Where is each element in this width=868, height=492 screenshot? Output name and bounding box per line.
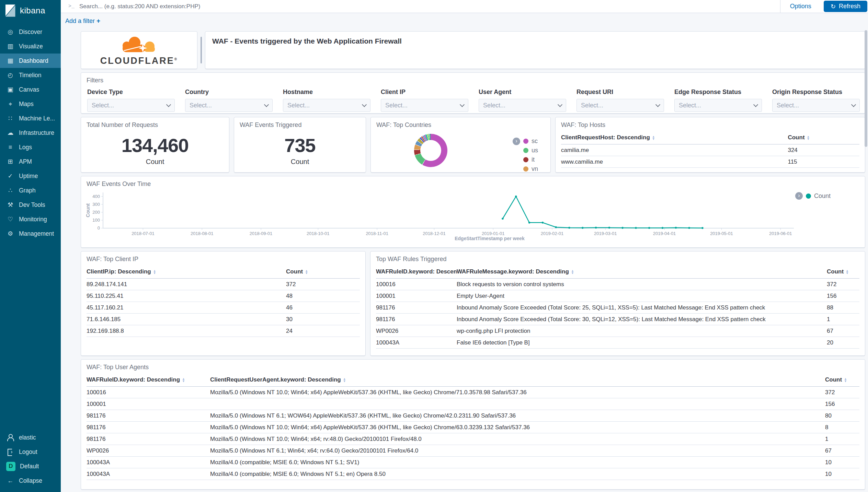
sidebar-item-management[interactable]: ⚙Management [0, 226, 61, 241]
table-row: www.camilia.me115 [561, 156, 859, 168]
logout-icon [6, 448, 14, 456]
sidebar-item-monitoring[interactable]: ♡Monitoring [0, 212, 61, 226]
legend-item-vn[interactable]: vn [513, 164, 538, 173]
sidebar-item-logout[interactable]: Logout [0, 445, 61, 459]
svg-text:2018-07-01: 2018-07-01 [132, 231, 155, 236]
filter-request-uri: Request URISelect... [576, 89, 664, 112]
sort-icon: ▲▼ [844, 378, 847, 383]
table-header-row: WAFRuleID.keyword: Descending▲▼WAFRuleMe… [376, 265, 859, 279]
user-avatar-icon [6, 434, 14, 441]
sidebar-item-discover[interactable]: ◎Discover [0, 25, 61, 39]
svg-text:2018-08-01: 2018-08-01 [191, 231, 214, 236]
select-placeholder: Select... [190, 102, 212, 109]
filter-label: Hostname [283, 89, 370, 96]
sidebar-item-collapse[interactable]: ←Collapse [0, 473, 61, 488]
top-hosts-panel: WAF: Top Hosts ClientRequestHost: Descen… [555, 117, 865, 173]
table-cell: 10 [825, 457, 859, 468]
sidebar-item-label: Discover [19, 28, 42, 36]
table-row: 100043AFalse IE6 detection [Type B]20 [376, 337, 859, 349]
plus-icon: + [96, 17, 100, 24]
top-bar: >_ Options ↻ Refresh [61, 0, 868, 13]
sidebar-item-uptime[interactable]: ✓Uptime [0, 169, 61, 183]
column-header-count[interactable]: Count▲▼ [788, 131, 859, 144]
panel-drag-divider[interactable] [201, 37, 202, 63]
top-countries-panel: WAF: Top Countries ›scusitvn [370, 117, 551, 173]
table-cell: www.camilia.me [561, 156, 788, 168]
chart-legend[interactable]: › Count [795, 192, 831, 200]
table-row: camilia.me324 [561, 144, 859, 156]
svg-text:2018-11-01: 2018-11-01 [366, 231, 388, 236]
column-header-wafrulemessage-keyword-descending[interactable]: WAFRuleMessage.keyword: Descending▲▼ [457, 265, 827, 279]
legend-item-sc[interactable]: ›sc [513, 137, 538, 146]
table-cell: Mozilla/4.0 (compatible; MSIE 6.0; Windo… [210, 468, 825, 480]
options-button[interactable]: Options [780, 0, 821, 13]
sidebar-item-infrastructure[interactable]: ☁Infrastructure [0, 126, 61, 140]
column-header-wafruleid-keyword-descending[interactable]: WAFRuleID.keyword: Descending▲▼ [376, 265, 457, 279]
column-header-count[interactable]: Count▲▼ [286, 265, 360, 279]
filter-select-country[interactable]: Select... [185, 99, 273, 112]
sidebar-item-canvas[interactable]: ▣Canvas [0, 82, 61, 97]
sidebar-item-visualize[interactable]: ▥Visualize [0, 39, 61, 54]
column-header-count[interactable]: Count▲▼ [825, 373, 859, 387]
svg-text:2019-05-01: 2019-05-01 [710, 231, 733, 236]
table-cell: 100016 [87, 387, 210, 398]
filter-select-client-ip[interactable]: Select... [381, 99, 468, 112]
sidebar-item-apm[interactable]: ⊞APM [0, 154, 61, 169]
sidebar-item-machine-le[interactable]: ∷Machine Le... [0, 111, 61, 126]
sidebar-item-timelion[interactable]: ◴Timelion [0, 68, 61, 82]
column-header-clientip-ip-descending[interactable]: ClientIP.ip: Descending▲▼ [87, 265, 286, 279]
filter-select-hostname[interactable]: Select... [283, 99, 370, 112]
table-cell: WP0026 [376, 325, 457, 337]
legend-label: sc [532, 138, 538, 145]
kibana-logo[interactable]: kibana [0, 0, 61, 21]
column-header-clientrequesthost-descending[interactable]: ClientRequestHost: Descending▲▼ [561, 131, 788, 144]
column-header-wafruleid-keyword-descending[interactable]: WAFRuleID.keyword: Descending▲▼ [87, 373, 210, 387]
top-waf-rules-panel: Top WAF Rules Triggered WAFRuleID.keywor… [370, 251, 865, 356]
legend-dot [523, 139, 528, 144]
filter-select-request-uri[interactable]: Select... [576, 99, 664, 112]
sidebar-item-label: Uptime [19, 173, 38, 180]
add-filter-button[interactable]: Add a filter + [65, 17, 100, 25]
chevron-right-icon[interactable]: › [513, 138, 520, 145]
svg-text:2018-12-01: 2018-12-01 [423, 231, 446, 236]
search-input[interactable] [79, 3, 780, 10]
svg-text:2018-10-01: 2018-10-01 [307, 231, 330, 236]
chevron-right-icon: › [795, 192, 803, 200]
filter-select-device-type[interactable]: Select... [87, 99, 175, 112]
legend-item-us[interactable]: us [513, 146, 538, 155]
legend-label: Count [814, 192, 831, 200]
table-cell: False IE6 detection [Type B] [457, 337, 827, 349]
sidebar-item-label: Maps [19, 101, 34, 108]
column-header-count[interactable]: Count▲▼ [827, 265, 859, 279]
filter-select-user-agent[interactable]: Select... [479, 99, 566, 112]
top-countries-donut[interactable] [414, 134, 447, 167]
sidebar-item-graph[interactable]: ∴Graph [0, 183, 61, 198]
sidebar-item-maps[interactable]: ⌖Maps [0, 97, 61, 111]
svg-text:300: 300 [92, 202, 100, 207]
dashboard-grid-icon: ▦ [6, 57, 14, 65]
filter-select-edge-response-status[interactable]: Select... [674, 99, 762, 112]
sidebar-item-default[interactable]: DDefault [0, 459, 61, 473]
sidebar-item-label: Dashboard [19, 57, 48, 65]
sidebar-item-dashboard[interactable]: ▦Dashboard [0, 54, 61, 68]
filter-label: Country [185, 89, 273, 96]
table-cell: 100016 [376, 279, 457, 290]
filter-select-origin-response-status[interactable]: Select... [772, 99, 860, 112]
vertical-scrollbar[interactable] [865, 30, 867, 147]
sidebar-footer-nav: elasticLogoutDDefault←Collapse [0, 430, 61, 492]
sidebar-item-elastic[interactable]: elastic [0, 430, 61, 445]
top-waf-rules-table: WAFRuleID.keyword: Descending▲▼WAFRuleMe… [376, 265, 859, 349]
sidebar-item-label: Logs [19, 144, 32, 151]
infrastructure-cloud-icon: ☁ [6, 129, 14, 137]
column-header-clientrequestuseragent-keyword-descending[interactable]: ClientRequestUserAgent.keyword: Descendi… [210, 373, 825, 387]
legend-item-it[interactable]: it [513, 155, 538, 164]
refresh-button[interactable]: ↻ Refresh [824, 1, 867, 12]
sidebar-item-label: Monitoring [19, 216, 47, 223]
sidebar-item-label: Timelion [19, 72, 41, 79]
sort-icon: ▲▼ [846, 270, 849, 274]
top-countries-legend: ›scusitvn [513, 137, 538, 173]
sidebar-item-logs[interactable]: ≡Logs [0, 140, 61, 154]
sidebar-item-dev-tools[interactable]: ⚒Dev Tools [0, 198, 61, 212]
sidebar-item-label: Machine Le... [19, 115, 55, 122]
table-row: 192.169.188.824 [87, 325, 360, 337]
